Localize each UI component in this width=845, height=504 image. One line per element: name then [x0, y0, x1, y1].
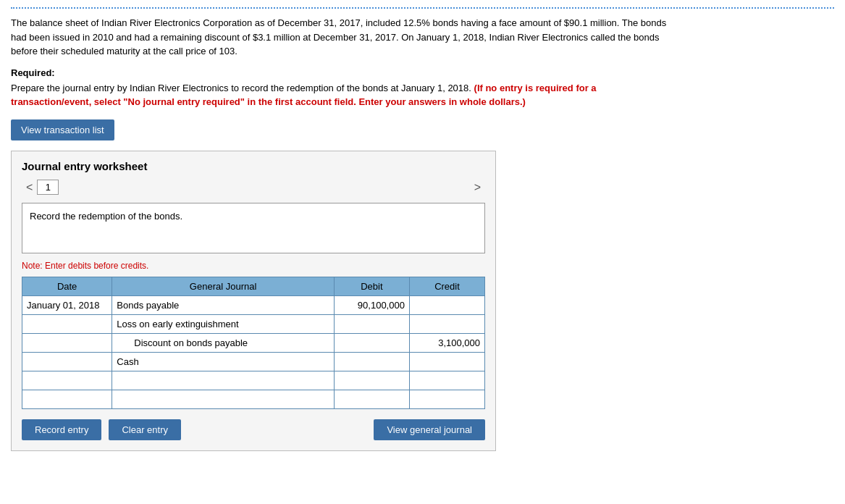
table-row: Cash — [22, 352, 485, 371]
cell-credit[interactable] — [409, 295, 484, 314]
cell-debit[interactable] — [334, 390, 409, 408]
table-row: Discount on bonds payable3,100,000 — [22, 333, 485, 352]
cell-credit[interactable] — [409, 352, 484, 371]
record-description: Record the redemption of the bonds. — [22, 203, 485, 253]
required-text: Prepare the journal entry by Indian Rive… — [11, 81, 677, 109]
cell-date[interactable] — [22, 371, 112, 390]
table-row — [22, 371, 485, 390]
cell-debit[interactable] — [334, 352, 409, 371]
header-general-journal: General Journal — [112, 277, 335, 295]
cell-journal[interactable] — [112, 390, 335, 408]
cell-date[interactable] — [22, 333, 112, 352]
cell-journal[interactable] — [112, 371, 335, 390]
top-border — [11, 7, 834, 9]
cell-journal[interactable]: Bonds payable — [112, 295, 335, 314]
cell-date[interactable] — [22, 352, 112, 371]
cell-debit[interactable] — [334, 371, 409, 390]
table-row: Loss on early extinguishment — [22, 314, 485, 333]
cell-date[interactable]: January 01, 2018 — [22, 295, 112, 314]
chevron-left-icon[interactable]: < — [22, 180, 37, 196]
cell-debit[interactable] — [334, 314, 409, 333]
worksheet-title: Journal entry worksheet — [22, 160, 485, 172]
action-buttons-row: Record entry Clear entry View general jo… — [22, 419, 485, 440]
intro-paragraph: The balance sheet of Indian River Electr… — [11, 16, 677, 59]
cell-journal[interactable]: Cash — [112, 352, 335, 371]
table-row: January 01, 2018Bonds payable90,100,000 — [22, 295, 485, 314]
journal-entry-worksheet: Journal entry worksheet < 1 > Record the… — [11, 151, 496, 451]
cell-journal[interactable]: Loss on early extinguishment — [112, 314, 335, 333]
journal-table: Date General Journal Debit Credit Januar… — [22, 277, 485, 409]
cell-credit[interactable]: 3,100,000 — [409, 333, 484, 352]
tab-navigation: < 1 > — [22, 180, 485, 196]
cell-date[interactable] — [22, 390, 112, 408]
cell-debit[interactable] — [334, 333, 409, 352]
cell-credit[interactable] — [409, 314, 484, 333]
clear-entry-button[interactable]: Clear entry — [109, 419, 181, 440]
view-general-journal-button[interactable]: View general journal — [374, 419, 485, 440]
note-text: Note: Enter debits before credits. — [22, 261, 485, 271]
table-header-row: Date General Journal Debit Credit — [22, 277, 485, 295]
cell-credit[interactable] — [409, 371, 484, 390]
table-row — [22, 390, 485, 408]
header-date: Date — [22, 277, 112, 295]
tab-number[interactable]: 1 — [37, 180, 59, 195]
cell-debit[interactable]: 90,100,000 — [334, 295, 409, 314]
header-debit: Debit — [334, 277, 409, 295]
record-entry-button[interactable]: Record entry — [22, 419, 101, 440]
cell-credit[interactable] — [409, 390, 484, 408]
cell-date[interactable] — [22, 314, 112, 333]
required-text-normal: Prepare the journal entry by Indian Rive… — [11, 83, 471, 93]
view-transaction-list-button[interactable]: View transaction list — [11, 119, 114, 140]
chevron-right-icon[interactable]: > — [470, 180, 485, 196]
required-label: Required: — [11, 67, 834, 78]
header-credit: Credit — [409, 277, 484, 295]
cell-journal[interactable]: Discount on bonds payable — [112, 333, 335, 352]
